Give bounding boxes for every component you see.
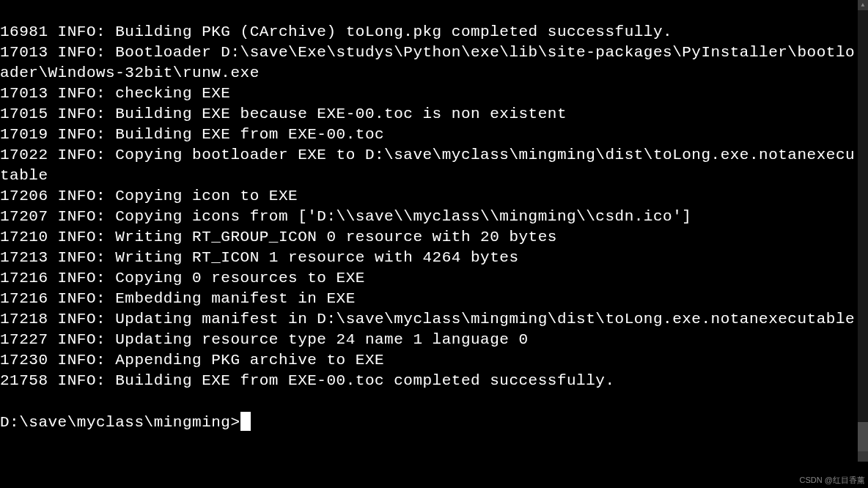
log-line: 17216 INFO: Copying 0 resources to EXE	[0, 270, 365, 286]
command-prompt: D:\save\myclass\mingming>	[0, 414, 240, 431]
log-line: 17210 INFO: Writing RT_GROUP_ICON 0 reso…	[0, 229, 557, 245]
log-line: 21758 INFO: Building EXE from EXE-00.toc…	[0, 372, 615, 389]
vertical-scrollbar[interactable]: ▲	[858, 0, 868, 462]
scroll-down-button[interactable]	[858, 451, 868, 462]
log-line: 17213 INFO: Writing RT_ICON 1 resource w…	[0, 249, 519, 266]
log-line: 17022 INFO: Copying bootloader EXE to D:…	[0, 147, 855, 184]
scroll-up-button[interactable]: ▲	[858, 0, 868, 10]
log-line: 17015 INFO: Building EXE because EXE-00.…	[0, 106, 567, 122]
watermark-text: CSDN @红目香薰	[800, 475, 865, 486]
log-line: 17216 INFO: Embedding manifest in EXE	[0, 290, 356, 307]
log-line: 16981 INFO: Building PKG (CArchive) toLo…	[0, 23, 672, 40]
log-line: 17230 INFO: Appending PKG archive to EXE	[0, 352, 384, 369]
log-line: 17013 INFO: checking EXE	[0, 85, 230, 102]
log-line: 17206 INFO: Copying icon to EXE	[0, 188, 298, 204]
log-line: 17013 INFO: Bootloader D:\save\Exe\study…	[0, 44, 855, 81]
log-line: 17227 INFO: Updating resource type 24 na…	[0, 331, 529, 348]
cursor-icon	[240, 412, 251, 431]
terminal-output[interactable]: 16981 INFO: Building PKG (CArchive) toLo…	[0, 0, 858, 462]
log-line: 17207 INFO: Copying icons from ['D:\\sav…	[0, 208, 691, 225]
scroll-thumb[interactable]	[858, 422, 868, 451]
log-line: 17019 INFO: Building EXE from EXE-00.toc	[0, 126, 384, 143]
log-line: 17218 INFO: Updating manifest in D:\save…	[0, 311, 855, 328]
